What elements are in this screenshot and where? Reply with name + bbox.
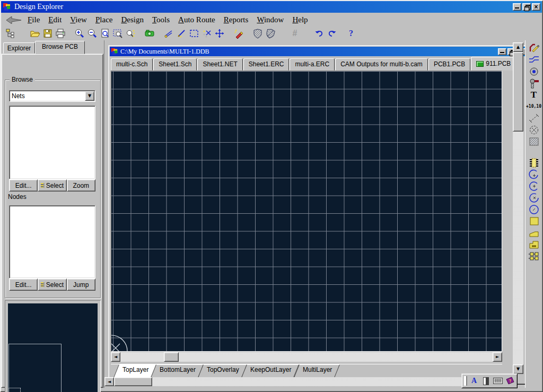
layer-tab-topoverlay[interactable]: TopOverlay	[198, 364, 247, 378]
deselect-button[interactable]	[200, 28, 213, 39]
toggle-grid-button[interactable]: #	[288, 28, 301, 39]
redo-button[interactable]	[326, 28, 338, 39]
place-dimension-button[interactable]	[527, 112, 541, 124]
nets-zoom-button[interactable]: Zoom	[67, 179, 95, 191]
cross-probe-button[interactable]	[143, 28, 156, 39]
menu-help[interactable]: Help	[288, 14, 312, 25]
place-component-button[interactable]	[527, 157, 541, 168]
zoom-in-button[interactable]	[73, 28, 86, 39]
undo-button[interactable]	[313, 28, 326, 39]
ime-drag-handle-icon[interactable]	[464, 376, 467, 386]
zoom-area-button[interactable]	[111, 28, 124, 39]
minimap-canvas[interactable]	[8, 303, 98, 392]
place-fill-button[interactable]	[527, 215, 541, 227]
nodes-select-button[interactable]: Select	[38, 278, 66, 291]
save-button[interactable]	[41, 28, 54, 39]
open-button[interactable]	[29, 28, 41, 39]
browse-mode-dropdown[interactable]: Nets ▼	[9, 90, 95, 102]
scroll-up-button[interactable]: ▲	[513, 42, 523, 52]
scroll-left-button[interactable]: ◄	[104, 377, 114, 386]
ime-soft-keyboard-button[interactable]	[493, 376, 503, 386]
nodes-jump-button[interactable]: Jump	[67, 278, 95, 291]
menu-view[interactable]: View	[66, 14, 91, 25]
scroll-track[interactable]	[120, 352, 493, 362]
ime-shape-toggle-button[interactable]	[481, 376, 491, 386]
minimize-button[interactable]	[513, 3, 521, 11]
explorer-panel-button[interactable]	[4, 28, 17, 39]
place-arc-angle-button[interactable]	[527, 192, 541, 203]
layer-tab-multilayer[interactable]: MultiLayer	[293, 364, 339, 378]
place-pad-button[interactable]	[527, 66, 541, 77]
zoom-document-button[interactable]	[99, 28, 111, 39]
zoom-out-button[interactable]	[86, 28, 99, 39]
place-keepout-button[interactable]	[527, 124, 541, 135]
nodes-edit-button[interactable]: Edit...	[9, 278, 38, 291]
scroll-right-button[interactable]: ►	[493, 352, 502, 362]
wizard-button[interactable]	[232, 28, 245, 39]
menu-tools[interactable]: Tools	[148, 14, 174, 25]
zoom-point-button[interactable]	[124, 28, 137, 39]
menu-window[interactable]: Window	[252, 14, 288, 25]
doc-minimize-button[interactable]	[498, 48, 506, 55]
menu-reports[interactable]: Reports	[220, 14, 253, 25]
tab-browse-pcb[interactable]: Browse PCB	[35, 41, 85, 54]
scroll-thumb[interactable]	[164, 352, 179, 362]
place-via-button[interactable]	[527, 77, 541, 89]
interactive-routing-button[interactable]	[527, 42, 541, 54]
layer-tab-bottomlayer[interactable]: BottomLayer	[151, 364, 204, 378]
scroll-thumb[interactable]	[513, 52, 523, 132]
menu-auto-route[interactable]: Auto Route	[174, 14, 220, 25]
menu-file[interactable]: File	[23, 14, 44, 25]
doc-tab-multi-c-sch[interactable]: multi-c.Sch	[111, 58, 153, 71]
doc-tab-911-pcb[interactable]: 911.PCB	[471, 57, 516, 71]
place-arc-edge-button[interactable]	[527, 169, 541, 180]
nets-listbox[interactable]	[9, 106, 95, 179]
doc-tab-cam-outputs[interactable]: CAM Outputs for multi-b.cam	[335, 58, 428, 71]
doc-tab-multi-a-erc[interactable]: multi-a.ERC	[290, 58, 335, 71]
ime-alpha-mode-button[interactable]: A	[469, 376, 479, 386]
place-paste-array-button[interactable]	[527, 250, 541, 262]
place-coordinate-button[interactable]: +10,10	[527, 101, 541, 112]
draw-line-button[interactable]	[175, 28, 188, 39]
document-titlebar[interactable]: C:\My Documents\MULTI-1.DDB ×	[110, 47, 525, 56]
doc-tab-sheet1-sch[interactable]: Sheet1.Sch	[153, 58, 197, 71]
doc-tab-sheet1-erc[interactable]: Sheet1.ERC	[243, 58, 290, 71]
scroll-thumb[interactable]	[114, 377, 152, 386]
shield-a-button[interactable]	[251, 28, 264, 39]
doc-tab-pcb1-pcb[interactable]: PCB1.PCB	[428, 58, 470, 71]
nets-edit-button[interactable]: Edit...	[9, 179, 38, 191]
place-track-button[interactable]	[527, 54, 541, 65]
ime-help-button[interactable]: ?	[505, 376, 515, 386]
menu-arrow-icon[interactable]	[5, 15, 23, 24]
shield-b-button[interactable]	[264, 28, 277, 39]
cut-track-button[interactable]	[162, 28, 175, 39]
scroll-down-button[interactable]: ▼	[513, 364, 523, 374]
dropdown-button[interactable]: ▼	[85, 91, 94, 101]
select-area-button[interactable]	[188, 28, 200, 39]
print-button[interactable]	[54, 28, 67, 39]
menu-edit[interactable]: Edit	[44, 14, 66, 25]
place-polygon-button[interactable]	[527, 227, 541, 238]
restore-button[interactable]	[522, 3, 531, 11]
move-object-button[interactable]	[213, 28, 226, 39]
layer-tab-toplayer[interactable]: TopLayer	[113, 364, 156, 378]
place-string-button[interactable]: T	[527, 89, 541, 100]
pcb-canvas[interactable]	[111, 71, 502, 352]
place-arc-center-button[interactable]	[527, 180, 541, 191]
app-titlebar[interactable]: Design Explorer ×	[1, 1, 542, 13]
scroll-track[interactable]	[513, 52, 523, 364]
doc-tab-sheet1-net[interactable]: Sheet1.NET	[197, 58, 242, 71]
place-fill-hatched-button[interactable]	[527, 136, 541, 147]
place-full-circle-button[interactable]	[527, 204, 541, 215]
minimap-viewport-rect[interactable]	[8, 388, 21, 392]
scroll-track[interactable]	[114, 377, 502, 386]
menu-design[interactable]: Design	[117, 14, 148, 25]
close-button[interactable]: ×	[532, 3, 540, 11]
place-split-plane-button[interactable]	[527, 239, 541, 250]
help-button[interactable]: ?	[345, 28, 357, 39]
nets-select-button[interactable]: Select	[38, 179, 66, 191]
layer-tab-keepoutlayer[interactable]: KeepOutLayer	[241, 364, 299, 378]
board-minimap[interactable]	[5, 300, 101, 392]
tab-explorer[interactable]: Explorer	[3, 42, 35, 54]
nodes-listbox[interactable]	[9, 205, 95, 278]
